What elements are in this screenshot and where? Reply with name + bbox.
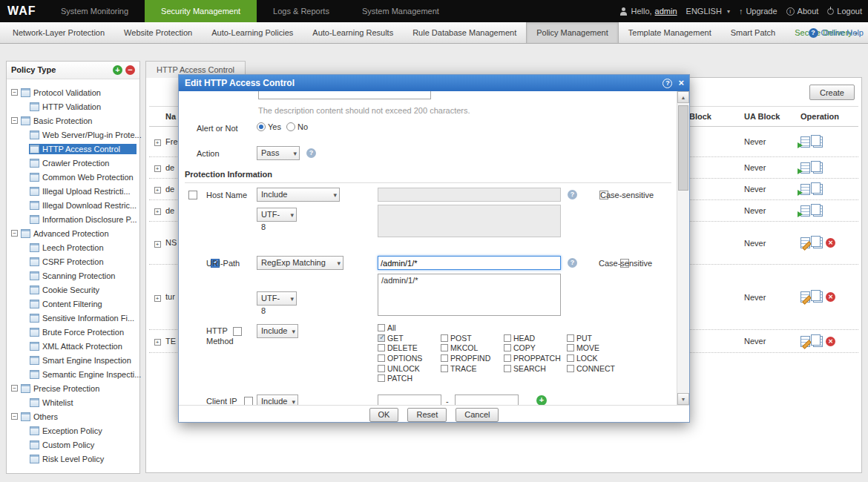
method-option-copy[interactable]: COPY — [504, 343, 567, 353]
tree-group-others[interactable]: −Others — [11, 409, 139, 423]
checkbox-icon[interactable] — [567, 354, 574, 362]
copy-icon[interactable] — [813, 136, 823, 148]
checkbox-icon[interactable] — [378, 324, 385, 331]
share-icon[interactable] — [800, 136, 810, 148]
add-ip-range-icon[interactable]: + — [536, 395, 547, 406]
checkbox-icon[interactable] — [504, 365, 511, 372]
scroll-down-icon[interactable]: ▼ — [677, 393, 689, 405]
dialog-titlebar[interactable]: Edit HTTP Access Control ? × — [179, 75, 689, 91]
host-help-icon[interactable]: ? — [568, 190, 577, 199]
uri-match-select[interactable]: RegExp Matching — [257, 256, 343, 270]
expand-row-icon[interactable]: + — [154, 208, 161, 215]
checkbox-icon[interactable] — [504, 354, 511, 362]
collapse-icon[interactable]: − — [11, 230, 18, 237]
tree-item-illegal-upload-restricti[interactable]: Illegal Upload Restricti... — [11, 184, 139, 198]
add-policy-icon[interactable]: + — [113, 65, 122, 75]
tree-item-content-filtering[interactable]: Content Filtering — [11, 297, 139, 311]
method-option-lock[interactable]: LOCK — [567, 353, 630, 363]
method-option-propfind[interactable]: PROPFIND — [441, 353, 504, 363]
tree-item-illegal-download-restric[interactable]: Illegal Download Restric... — [11, 198, 139, 212]
method-option-get[interactable]: GET — [378, 333, 441, 343]
host-enable-checkbox[interactable] — [188, 191, 197, 199]
expand-row-icon[interactable]: + — [154, 295, 161, 302]
expand-row-icon[interactable]: + — [154, 139, 161, 146]
reset-button[interactable]: Reset — [407, 408, 447, 422]
method-option-patch[interactable]: PATCH — [378, 373, 441, 383]
tree-item-http-access-control[interactable]: HTTP Access Control — [11, 142, 139, 156]
share-icon[interactable] — [800, 162, 810, 174]
copy-icon[interactable] — [813, 162, 823, 174]
language-selector[interactable]: ENGLISH ▾ — [686, 7, 730, 16]
method-option-trace[interactable]: TRACE — [441, 363, 504, 374]
nav-item-network-layer-protection[interactable]: Network-Layer Protection — [3, 22, 114, 43]
tree-item-common-web-protection[interactable]: Common Web Protection — [11, 170, 139, 184]
checkbox-icon[interactable] — [441, 354, 448, 362]
collapse-icon[interactable]: − — [11, 385, 18, 392]
tree-item-leech-protection[interactable]: Leech Protection — [11, 240, 139, 254]
tree-item-http-validation[interactable]: HTTP Validation — [11, 99, 139, 113]
checkbox-icon[interactable] — [567, 365, 574, 372]
action-help-icon[interactable]: ? — [306, 148, 316, 158]
tree-item-brute-force-protection[interactable]: Brute Force Protection — [11, 325, 139, 339]
tree-item-scanning-protection[interactable]: Scanning Protection — [11, 268, 139, 283]
dialog-close-icon[interactable]: × — [678, 75, 684, 91]
uri-help-icon[interactable]: ? — [568, 258, 577, 268]
checkbox-icon[interactable] — [504, 334, 511, 342]
online-help-link[interactable]: ? Online Help — [809, 22, 864, 43]
about-link[interactable]: i About — [786, 7, 819, 16]
checkbox-icon[interactable] — [378, 334, 385, 342]
method-option-mkcol[interactable]: MKCOL — [441, 343, 504, 353]
nav-item-auto-learning-results[interactable]: Auto-Learning Results — [303, 22, 403, 43]
nav-item-auto-learning-policies[interactable]: Auto-Learning Policies — [202, 22, 303, 43]
remove-policy-icon[interactable]: − — [125, 65, 135, 75]
action-select[interactable]: Pass — [257, 146, 300, 160]
tree-item-smart-engine-inspection[interactable]: Smart Engine Inspection — [11, 353, 139, 367]
top-menu-security-management[interactable]: Security Management — [145, 0, 257, 22]
top-menu-system-management[interactable]: System Management — [346, 0, 456, 22]
nav-item-policy-management[interactable]: Policy Management — [526, 22, 619, 43]
method-match-select[interactable]: Include — [257, 324, 298, 338]
tree-item-web-server-plug-in-prote[interactable]: Web Server/Plug-in Prote... — [11, 128, 139, 142]
delete-icon[interactable]: ✕ — [826, 337, 835, 346]
cancel-button[interactable]: Cancel — [456, 408, 499, 422]
logout-link[interactable]: Logout — [827, 7, 862, 16]
radio-no[interactable] — [286, 122, 295, 131]
delete-icon[interactable]: ✕ — [826, 238, 835, 248]
checkbox-icon[interactable] — [567, 344, 574, 351]
method-option-put[interactable]: PUT — [567, 333, 630, 343]
upgrade-link[interactable]: ↑ Upgrade — [739, 7, 777, 16]
checkbox-icon[interactable] — [378, 365, 385, 372]
tree-group-precise-protection[interactable]: −Precise Protection — [11, 381, 139, 395]
expand-row-icon[interactable]: + — [154, 187, 161, 194]
nav-item-template-management[interactable]: Template Management — [619, 22, 721, 43]
share-icon[interactable] — [800, 205, 810, 217]
description-input[interactable] — [258, 91, 431, 99]
checkbox-icon[interactable] — [441, 365, 448, 372]
host-encoding-select[interactable]: UTF-8 — [257, 208, 297, 222]
uri-encoding-select[interactable]: UTF-8 — [257, 291, 297, 306]
scrollbar-thumb[interactable] — [678, 105, 688, 191]
dialog-scrollbar[interactable]: ▲ ▼ — [677, 91, 689, 405]
method-option-proppatch[interactable]: PROPPATCH — [504, 353, 567, 363]
dialog-help-icon[interactable]: ? — [662, 79, 672, 88]
method-option-search[interactable]: SEARCH — [504, 363, 567, 374]
tree-item-semantic-engine-inspecti[interactable]: Semantic Engine Inspecti... — [11, 367, 139, 381]
tree-item-xml-attack-protection[interactable]: XML Attack Protection — [11, 339, 139, 353]
checkbox-icon[interactable] — [504, 344, 511, 351]
expand-row-icon[interactable]: + — [154, 339, 161, 346]
tree-item-sensitive-information-fi[interactable]: Sensitive Information Fi... — [11, 311, 139, 325]
method-option-post[interactable]: POST — [441, 333, 504, 343]
tree-item-risk-level-policy[interactable]: Risk Level Policy — [11, 452, 139, 466]
checkbox-icon[interactable] — [378, 374, 385, 382]
collapse-icon[interactable]: − — [11, 89, 18, 96]
tree-item-exception-policy[interactable]: Exception Policy — [11, 423, 139, 438]
method-option-move[interactable]: MOVE — [567, 343, 630, 353]
method-option-head[interactable]: HEAD — [504, 333, 567, 343]
tree-item-information-disclosure-p[interactable]: Information Disclosure P... — [11, 212, 139, 226]
copy-icon[interactable] — [813, 184, 823, 195]
tree-item-custom-policy[interactable]: Custom Policy — [11, 438, 139, 452]
copy-icon[interactable] — [813, 237, 823, 248]
tree-item-csrf-protection[interactable]: CSRF Protection — [11, 254, 139, 268]
tree-group-protocol-validation[interactable]: −Protocol Validation — [11, 85, 139, 99]
checkbox-icon[interactable] — [378, 344, 385, 351]
